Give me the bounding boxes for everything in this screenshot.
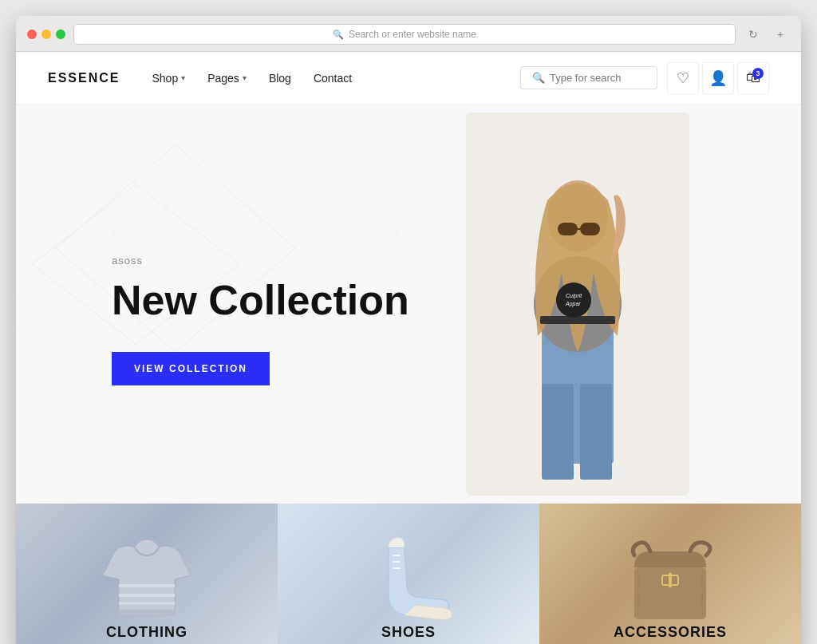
search-icon: 🔍 [532,72,545,84]
nav-links: Shop ▾ Pages ▾ Blog Contact [152,72,520,85]
hero-title: New Collection [112,278,409,323]
address-bar[interactable]: 🔍 Search or enter website name [73,24,736,45]
svg-text:Culprit: Culprit [566,293,582,299]
svg-rect-16 [540,316,615,324]
svg-rect-14 [580,223,600,235]
svg-rect-13 [558,223,578,235]
nav-link-blog[interactable]: Blog [269,72,291,85]
wishlist-button[interactable]: ♡ [667,62,699,94]
browser-window: 🔍 Search or enter website name ↻ + ESSEN… [16,16,801,644]
search-icon: 🔍 [333,30,344,40]
chevron-down-icon: ▾ [181,73,185,82]
traffic-lights [27,30,65,39]
categories-section: CLOTHING [16,504,801,644]
heart-icon: ♡ [677,69,689,87]
nav-link-contact[interactable]: Contact [314,72,352,85]
hero-content: asoss New Collection VIEW COLLECTION [16,223,409,385]
accessories-label: ACCESSORIES [614,624,727,641]
chevron-down-icon: ▾ [243,73,247,82]
svg-rect-9 [542,384,574,480]
navbar: ESSENCE Shop ▾ Pages ▾ Blog Contact [16,52,801,105]
address-text: Search or enter website name [349,29,476,40]
category-shoes[interactable]: SHOES [278,504,539,644]
shoes-label: SHOES [381,624,436,641]
site-logo[interactable]: ESSENCE [48,71,120,85]
hero-section: asoss New Collection VIEW COLLECTION [16,105,801,504]
search-bar[interactable]: 🔍 [520,66,657,89]
search-input[interactable] [550,72,645,84]
page-content: ESSENCE Shop ▾ Pages ▾ Blog Contact [16,52,801,644]
svg-text:Appar: Appar [565,301,581,307]
account-button[interactable]: 👤 [702,62,734,94]
maximize-button[interactable] [56,30,65,39]
accessories-overlay: ACCESSORIES [539,504,801,644]
category-accessories[interactable]: ACCESSORIES [539,504,801,644]
svg-rect-10 [580,384,612,480]
hero-brand: asoss [112,255,409,267]
close-button[interactable] [27,30,37,39]
cart-button[interactable]: 🛍 3 [737,62,769,94]
user-icon: 👤 [709,69,727,87]
hero-model-image: Culprit Appar [450,105,705,504]
minimize-button[interactable] [41,30,51,39]
clothing-overlay: CLOTHING [16,504,278,644]
new-tab-button[interactable]: + [771,25,790,44]
view-collection-button[interactable]: VIEW COLLECTION [112,352,270,385]
category-clothing[interactable]: CLOTHING [16,504,278,644]
svg-point-17 [556,282,591,318]
nav-actions: 🔍 ♡ 👤 🛍 3 [520,62,769,94]
shoes-overlay: SHOES [278,504,539,644]
nav-link-pages[interactable]: Pages ▾ [207,72,247,85]
nav-link-shop[interactable]: Shop ▾ [152,72,185,85]
browser-chrome: 🔍 Search or enter website name ↻ + [16,16,801,52]
cart-badge: 3 [752,68,764,79]
reload-button[interactable]: ↻ [744,25,763,44]
clothing-label: CLOTHING [106,624,187,641]
